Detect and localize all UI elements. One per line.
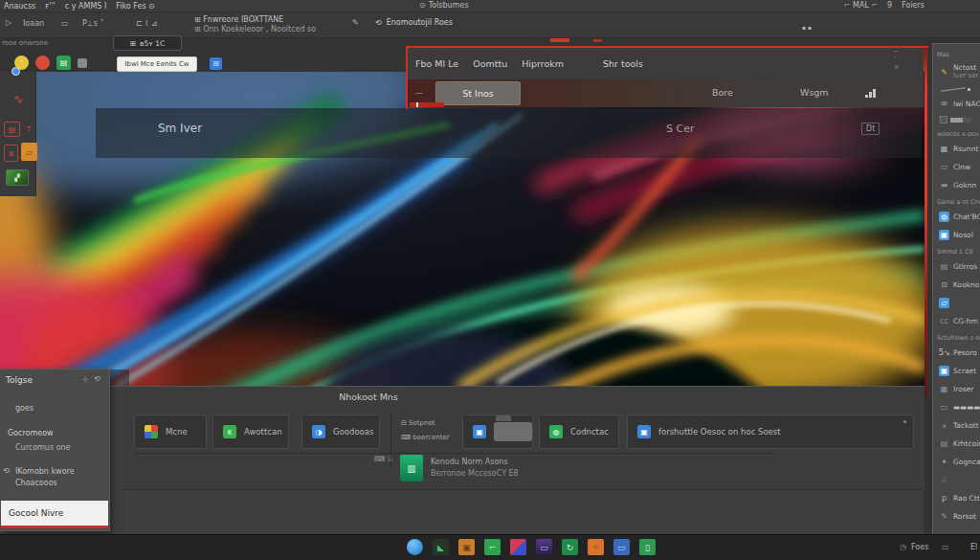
red-window-icon[interactable]: ▤: [4, 122, 20, 137]
folder-dark-icon[interactable]: ◣: [433, 539, 449, 555]
taskbar-right-label[interactable]: El: [970, 543, 977, 551]
tile-search-field[interactable]: [494, 422, 532, 441]
progress-indicator: [410, 102, 444, 107]
tile-codnctac[interactable]: ◍Codnctac: [539, 414, 619, 449]
dialog-menu-tools[interactable]: Shr tools: [603, 58, 643, 69]
dialog-menu-file[interactable]: Fbo Ml Le: [415, 58, 458, 69]
collapse-icon[interactable]: ⌐: [894, 48, 899, 55]
photos-orange-icon[interactable]: ▣: [458, 539, 475, 555]
refresh-icon[interactable]: ⟲: [94, 374, 100, 383]
menubar-item-1[interactable]: ꜰ''': [45, 2, 56, 11]
scribble-tool-icon[interactable]: ∿: [8, 87, 29, 110]
dialog-menu-options[interactable]: Oomttu: [473, 58, 507, 69]
sheet-green-icon[interactable]: ▤: [56, 56, 71, 70]
sidebar-item-10[interactable]: ◍Chat'BO: [937, 208, 980, 226]
red-board-icon[interactable]: ʙ: [4, 145, 18, 162]
sidebar-item-14[interactable]: ⊟Kookno: [937, 276, 980, 294]
context-menu-item[interactable]: IKomobn kwore: [15, 467, 75, 476]
tile-stack-line: ⊟ Sotpnot: [401, 418, 457, 429]
sync-icon[interactable]: ⟲: [375, 18, 382, 27]
paste-button[interactable]: P⊥s ˅: [82, 19, 104, 28]
tile-mcne[interactable]: Mcne: [134, 414, 207, 449]
folder-orange-icon[interactable]: ▱: [21, 143, 37, 161]
pencil-icon[interactable]: ✎: [352, 18, 359, 27]
context-menu-item[interactable]: Curcomus one: [15, 443, 71, 452]
store-app-icon[interactable]: ▥: [400, 455, 423, 482]
taskbar-clock-label[interactable]: Foes: [911, 543, 928, 551]
tools-green-icon[interactable]: ⌐: [484, 539, 501, 555]
display-purple-icon[interactable]: ▭: [536, 539, 552, 555]
grid-orange-icon[interactable]: ⌗: [588, 539, 604, 555]
stats-icon[interactable]: [865, 88, 879, 98]
red-type-icon[interactable]: ᴛ: [23, 122, 34, 135]
checkbox-icon[interactable]: [940, 116, 947, 123]
sidebar-item-20[interactable]: ▦Iroser: [937, 380, 980, 398]
sidebar-item-1[interactable]: ✎NctostIver ser: [937, 60, 980, 83]
tile-goodooas[interactable]: ◑Goodooas: [301, 414, 380, 449]
tooltip-button[interactable]: Ibwl Mce Eenits Cw: [117, 56, 197, 72]
sidebar-item-13[interactable]: ▤Gtlrros: [937, 258, 980, 276]
cursor-tool-icon[interactable]: ▷: [6, 18, 11, 27]
show-button[interactable]: St Inos: [435, 81, 521, 105]
tool-label[interactable]: Ioaan: [23, 19, 44, 28]
sidebar-slider[interactable]: [937, 83, 980, 95]
context-menu-item[interactable]: goes: [15, 404, 33, 413]
wsgm-action[interactable]: Wsgm: [800, 87, 829, 98]
sidebar-item-7[interactable]: ▭Clnw: [937, 158, 980, 176]
chevron-down-icon[interactable]: ˅: [894, 56, 899, 62]
menubar-right-item[interactable]: 9: [887, 1, 892, 10]
sidebar-item-3[interactable]: ✉Iwi NAOlcsn: [937, 95, 980, 113]
book-green-icon[interactable]: ▯: [639, 539, 656, 555]
sidebar-item-24[interactable]: ✦Gognca: [937, 453, 980, 471]
sidebar-item-8[interactable]: ▬Goknn: [937, 176, 980, 194]
grid-icon: ⊞: [130, 39, 136, 48]
toolbar-extra-icons[interactable]: ⊏ ⌇ ⊿: [136, 19, 157, 28]
image-green-icon[interactable]: ▞: [6, 169, 29, 186]
tile-search[interactable]: ▣: [462, 414, 533, 449]
folder-blue-icon[interactable]: ▭: [613, 539, 630, 555]
menubar-item-2[interactable]: c y AMMS I: [65, 2, 106, 11]
search-orb-icon[interactable]: [407, 539, 423, 555]
menubar-item-0[interactable]: Anaucss: [4, 2, 35, 11]
sidebar-item-18[interactable]: 5↘Pesoro: [937, 344, 980, 362]
target-icon[interactable]: ⊹: [82, 375, 89, 384]
sub-item-title[interactable]: Kenodu Norm Asons: [431, 458, 508, 466]
sidebar-item-27[interactable]: ✎Rorsot: [937, 507, 980, 526]
menubar-right-item[interactable]: ⌐ MAL ⌐: [844, 1, 878, 10]
floating-toolbar[interactable]: ⊞ ʙ5ʏ 1C: [113, 35, 182, 51]
tile-awottcan[interactable]: ᴋAwottcan: [212, 414, 289, 449]
context-menu-item[interactable]: Gocromeow: [8, 429, 54, 437]
context-menu-item[interactable]: Choacooos: [15, 479, 57, 487]
context-menu-highlighted-item[interactable]: Gocool Nivre: [1, 501, 108, 526]
tile-forshuttle[interactable]: ▣forshuttle Oesoc on hoc Soest: [627, 414, 914, 449]
sidebar-item-21[interactable]: ▭▬▬▬▬▬: [937, 398, 980, 416]
slider-knob[interactable]: [968, 88, 970, 91]
toolbar: ▷ Ioaan ▭ P⊥s ˅ ⊏ ⌇ ⊿ ⊞ Fnwreore IBOXTTA…: [0, 12, 980, 38]
media-red-icon[interactable]: [35, 56, 50, 70]
sidebar-item-16[interactable]: ᴄᴄCG-hm: [937, 312, 980, 330]
sidebar-item-23[interactable]: ▤Krhtcoin: [937, 435, 980, 453]
sidebar-item-15[interactable]: ▱: [937, 294, 980, 312]
sidebar-item-19[interactable]: ▣Scraet: [937, 362, 980, 380]
sidebar-item-25[interactable]: ⌸: [937, 471, 980, 489]
slider-track: [941, 87, 966, 92]
media-redblue-icon[interactable]: [510, 539, 526, 555]
sidebar-item-11[interactable]: ▣Nosol: [937, 226, 980, 244]
store-icon[interactable]: ⊞: [210, 57, 222, 70]
sidebar-item-22[interactable]: ⌅Tackott: [937, 416, 980, 435]
sidebar-item-6[interactable]: ▦Rsunnt: [937, 140, 980, 158]
swirl-green-icon[interactable]: ↻: [562, 539, 578, 555]
list-icon[interactable]: ≋: [894, 63, 899, 70]
sidebar-item-26[interactable]: pRao Ctt: [937, 489, 980, 507]
mini-grey-icon[interactable]: [78, 58, 87, 68]
dialog-menubar: Fbo Ml Le Oomttu Hiprrokm Shr tools ⌐ ˅ …: [408, 48, 924, 79]
window-tool-icon[interactable]: ▭: [61, 19, 69, 28]
tile-sotpnot[interactable]: ⊟ Sotpnot⌨ beercenter: [397, 414, 457, 449]
dialog-menu-history[interactable]: Hiprrokm: [522, 58, 564, 69]
bore-action[interactable]: Bore: [712, 87, 733, 98]
menubar-folders-item[interactable]: Foiers: [902, 1, 924, 10]
clock-icon[interactable]: ◷: [900, 543, 906, 551]
menubar-item-3[interactable]: Fiko Fes ⊙: [116, 2, 155, 11]
viewer-chip-button[interactable]: Dt: [861, 123, 880, 135]
tray-icon[interactable]: ▭: [942, 543, 949, 551]
